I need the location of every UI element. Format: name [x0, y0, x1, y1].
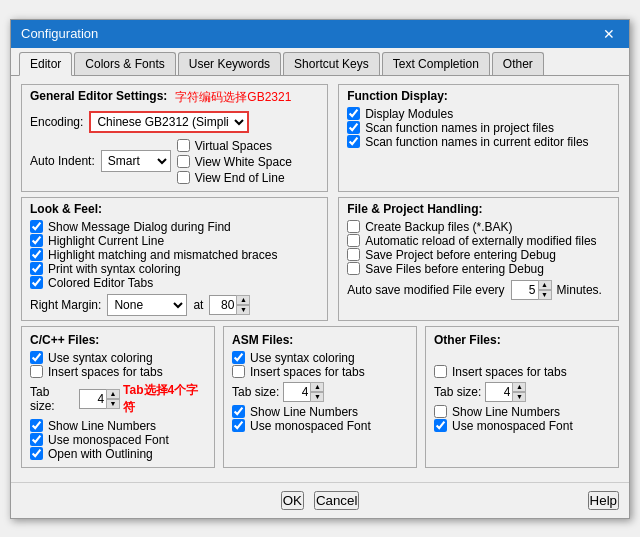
asm-tab-size-input[interactable] [284, 385, 310, 399]
other-insert-spaces-checkbox[interactable] [434, 365, 447, 378]
asm-tab-size-spinner: ▲ ▼ [283, 382, 323, 402]
cpp-spinner-down[interactable]: ▼ [106, 399, 120, 409]
general-editor-title: General Editor Settings: [30, 89, 167, 103]
colored-tabs-row: Colored Editor Tabs [30, 276, 319, 290]
right-margin-select[interactable]: None [107, 294, 187, 316]
view-white-space-checkbox[interactable] [177, 155, 190, 168]
asm-monospaced-checkbox[interactable] [232, 419, 245, 432]
cpp-show-line-row: Show Line Numbers [30, 419, 206, 433]
cpp-insert-spaces-row: Insert spaces for tabs [30, 365, 206, 379]
colored-tabs-label: Colored Editor Tabs [48, 276, 153, 290]
middle-sections: Look & Feel: Show Message Dialog during … [21, 197, 619, 321]
highlight-braces-row: Highlight matching and mismatched braces [30, 248, 319, 262]
file-project-section: File & Project Handling: Create Backup f… [338, 197, 619, 321]
asm-spinner-btns: ▲ ▼ [310, 382, 324, 402]
auto-save-row: Auto save modified File every ▲ ▼ Minute… [347, 280, 610, 300]
highlight-braces-checkbox[interactable] [30, 248, 43, 261]
asm-show-line-row: Show Line Numbers [232, 405, 408, 419]
cpp-use-syntax-checkbox[interactable] [30, 351, 43, 364]
cpp-monospaced-checkbox[interactable] [30, 433, 43, 446]
auto-indent-label: Auto Indent: [30, 154, 95, 168]
asm-spinner-up[interactable]: ▲ [310, 382, 324, 392]
auto-reload-checkbox[interactable] [347, 234, 360, 247]
cpp-outlining-checkbox[interactable] [30, 447, 43, 460]
auto-reload-label: Automatic reload of externally modified … [365, 234, 596, 248]
tab-shortcut-keys[interactable]: Shortcut Keys [283, 52, 380, 75]
help-button[interactable]: Help [588, 491, 619, 510]
create-backup-row: Create Backup files (*.BAK) [347, 220, 610, 234]
close-button[interactable]: ✕ [599, 26, 619, 42]
scan-project-row: Scan function names in project files [347, 121, 610, 135]
tab-text-completion[interactable]: Text Completion [382, 52, 490, 75]
dialog-title: Configuration [21, 26, 98, 41]
view-end-of-line-row: View End of Line [177, 171, 292, 185]
other-spinner-up[interactable]: ▲ [512, 382, 526, 392]
other-tab-size-spinner: ▲ ▼ [485, 382, 525, 402]
other-tab-size-row: Tab size: ▲ ▼ [434, 382, 610, 402]
editor-content: General Editor Settings: 字符编码选择GB2321 En… [11, 76, 629, 482]
other-show-line-checkbox[interactable] [434, 405, 447, 418]
show-message-checkbox[interactable] [30, 220, 43, 233]
auto-reload-row: Automatic reload of externally modified … [347, 234, 610, 248]
highlight-line-row: Highlight Current Line [30, 234, 319, 248]
colored-tabs-checkbox[interactable] [30, 276, 43, 289]
cpp-show-line-checkbox[interactable] [30, 419, 43, 432]
auto-indent-select[interactable]: Smart [101, 150, 171, 172]
cpp-spinner-up[interactable]: ▲ [106, 389, 120, 399]
encoding-select[interactable]: Chinese GB2312 (Simplified) [89, 111, 249, 133]
tab-colors-fonts[interactable]: Colors & Fonts [74, 52, 175, 75]
title-bar: Configuration ✕ [11, 20, 629, 48]
cpp-monospaced-label: Use monospaced Font [48, 433, 169, 447]
cancel-button[interactable]: Cancel [314, 491, 360, 510]
cpp-insert-spaces-checkbox[interactable] [30, 365, 43, 378]
look-feel-title: Look & Feel: [30, 202, 319, 216]
tab-user-keywords[interactable]: User Keywords [178, 52, 281, 75]
auto-save-spinner: ▲ ▼ [511, 280, 551, 300]
save-files-row: Save Files before entering Debug [347, 262, 610, 276]
other-files-section: Other Files: Insert spaces for tabs Tab … [425, 326, 619, 468]
asm-spinner-down[interactable]: ▼ [310, 392, 324, 402]
other-show-line-row: Show Line Numbers [434, 405, 610, 419]
print-syntax-checkbox[interactable] [30, 262, 43, 275]
tab-other[interactable]: Other [492, 52, 544, 75]
scan-project-checkbox[interactable] [347, 121, 360, 134]
display-modules-checkbox[interactable] [347, 107, 360, 120]
tab-editor[interactable]: Editor [19, 52, 72, 76]
tab-bar: Editor Colors & Fonts User Keywords Shor… [11, 48, 629, 76]
asm-insert-spaces-row: Insert spaces for tabs [232, 365, 408, 379]
scan-editor-checkbox[interactable] [347, 135, 360, 148]
asm-show-line-checkbox[interactable] [232, 405, 245, 418]
save-files-checkbox[interactable] [347, 262, 360, 275]
highlight-line-checkbox[interactable] [30, 234, 43, 247]
auto-save-input[interactable] [512, 283, 538, 297]
ok-button[interactable]: OK [281, 491, 304, 510]
auto-save-spinner-down[interactable]: ▼ [538, 290, 552, 300]
display-modules-row: Display Modules [347, 107, 610, 121]
spinner-down[interactable]: ▼ [236, 305, 250, 315]
save-project-row: Save Project before entering Debug [347, 248, 610, 262]
create-backup-checkbox[interactable] [347, 220, 360, 233]
cpp-tab-size-input[interactable] [80, 392, 106, 406]
spinner-up[interactable]: ▲ [236, 295, 250, 305]
other-monospaced-label: Use monospaced Font [452, 419, 573, 433]
asm-insert-spaces-checkbox[interactable] [232, 365, 245, 378]
bottom-bar: OK Cancel Help [11, 482, 629, 518]
asm-use-syntax-checkbox[interactable] [232, 351, 245, 364]
right-margin-input[interactable] [210, 298, 236, 312]
other-tab-size-input[interactable] [486, 385, 512, 399]
scan-editor-label: Scan function names in current editor fi… [365, 135, 588, 149]
asm-monospaced-label: Use monospaced Font [250, 419, 371, 433]
other-spinner-down[interactable]: ▼ [512, 392, 526, 402]
general-editor-section: General Editor Settings: 字符编码选择GB2321 En… [21, 84, 328, 192]
scan-project-label: Scan function names in project files [365, 121, 554, 135]
save-project-checkbox[interactable] [347, 248, 360, 261]
auto-save-spinner-up[interactable]: ▲ [538, 280, 552, 290]
asm-files-section: ASM Files: Use syntax coloring Insert sp… [223, 326, 417, 468]
view-end-of-line-checkbox[interactable] [177, 171, 190, 184]
show-message-row: Show Message Dialog during Find [30, 220, 319, 234]
virtual-spaces-label: Virtual Spaces [195, 139, 272, 153]
virtual-spaces-checkbox[interactable] [177, 139, 190, 152]
other-monospaced-checkbox[interactable] [434, 419, 447, 432]
show-message-label: Show Message Dialog during Find [48, 220, 231, 234]
cpp-show-line-label: Show Line Numbers [48, 419, 156, 433]
